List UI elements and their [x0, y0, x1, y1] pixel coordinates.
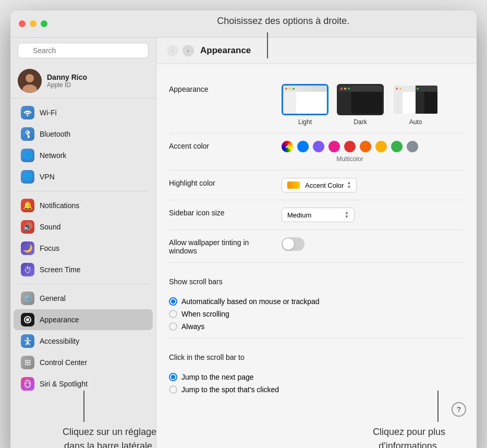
sidebar-icon-size-control: Medium ▲▼ — [282, 208, 464, 222]
color-graphite[interactable] — [407, 141, 418, 152]
appearance-options: Light — [282, 84, 439, 126]
sidebar-icon-size-arrows: ▲▼ — [345, 211, 349, 219]
sidebar-item-accessibility[interactable]: Accessibility — [14, 331, 153, 352]
appearance-option-auto-label: Auto — [409, 118, 422, 126]
accent-color-label: Accent color — [169, 141, 273, 150]
sidebar-item-focus[interactable]: 🌙 Focus — [14, 238, 153, 259]
scroll-bars-always[interactable]: Always — [169, 322, 320, 331]
accessibility-icon — [21, 334, 34, 348]
color-purple[interactable] — [313, 141, 324, 152]
user-profile[interactable]: Danny Rico Apple ID — [10, 64, 156, 99]
panel-body: Appearance — [156, 64, 477, 448]
sidebar-icon-size-label: Sidebar icon size — [169, 208, 273, 217]
highlight-color-row: Highlight color Accent Color ▲▼ — [169, 171, 464, 200]
sidebar-icon-size-dropdown[interactable]: Medium ▲▼ — [282, 208, 355, 222]
back-button[interactable]: ‹ — [167, 45, 178, 56]
click-scroll-clickedspot-label: Jump to the spot that's clicked — [181, 385, 279, 394]
appearance-option-auto[interactable]: Auto — [392, 84, 439, 126]
help-button[interactable]: ? — [452, 402, 466, 417]
sidebar-item-siri[interactable]: Siri & Spotlight — [14, 373, 153, 394]
appearance-thumb-dark — [337, 84, 384, 115]
close-button[interactable] — [19, 20, 26, 27]
sidebar-divider-2 — [18, 284, 149, 284]
search-input[interactable] — [18, 43, 149, 58]
color-yellow[interactable] — [375, 141, 387, 152]
notifications-icon: 🔔 — [21, 199, 34, 212]
sidebar-item-general[interactable]: ⚙️ General — [14, 288, 153, 309]
click-scroll-nextpage-label: Jump to the next page — [181, 373, 254, 381]
appearance-setting-row: Appearance — [169, 77, 464, 134]
color-red[interactable] — [344, 141, 356, 152]
focus-icon: 🌙 — [21, 241, 34, 255]
siri-icon — [21, 377, 34, 391]
scroll-bars-label: Show scroll bars — [169, 270, 223, 289]
sidebar-item-controlcenter[interactable]: ⊞ Control Center — [14, 352, 153, 373]
sidebar-item-sound[interactable]: 🔊 Sound — [14, 216, 153, 237]
wallpaper-tinting-row: Allow wallpaper tinting in windows — [169, 230, 464, 263]
scroll-bars-options: Automatically based on mouse or trackpad… — [169, 297, 320, 331]
sidebar-item-screentime[interactable]: ⏱ Screen Time — [14, 259, 153, 280]
bluetooth-icon — [21, 127, 34, 141]
radio-click-clickedspot — [169, 385, 177, 394]
sidebar-icon-size-row: Sidebar icon size Medium ▲▼ — [169, 200, 464, 230]
wallpaper-tinting-control — [282, 237, 464, 251]
appearance-label: Appearance — [169, 84, 273, 93]
wifi-icon — [21, 106, 34, 119]
scroll-bars-scrolling-label: When scrolling — [181, 310, 229, 318]
svg-point-1 — [26, 74, 34, 82]
sidebar-label-bluetooth: Bluetooth — [40, 130, 70, 138]
highlight-color-control: Accent Color ▲▼ — [282, 178, 464, 192]
main-window: Choisissez des options à droite. 🔍 — [10, 10, 477, 448]
sidebar-label-sound: Sound — [40, 223, 60, 231]
sidebar-prefs-section: ⚙️ General Appearance Accessibility — [10, 286, 156, 396]
general-icon: ⚙️ — [21, 292, 34, 305]
forward-button[interactable]: › — [182, 45, 194, 56]
sidebar-item-vpn[interactable]: 🌐 VPN — [14, 166, 153, 187]
color-dots — [282, 141, 418, 152]
appearance-option-light[interactable]: Light — [282, 84, 328, 126]
appearance-thumb-light — [282, 84, 328, 115]
color-multicolor[interactable] — [282, 141, 293, 152]
sidebar-label-notifications: Notifications — [40, 201, 79, 210]
minimize-button[interactable] — [30, 20, 36, 27]
sidebar: 🔍 Danny Rico Apple ID — [10, 38, 156, 448]
click-scroll-nextpage[interactable]: Jump to the next page — [169, 373, 279, 381]
vpn-icon: 🌐 — [21, 170, 34, 184]
sidebar-label-general: General — [40, 294, 66, 302]
color-blue[interactable] — [297, 141, 309, 152]
sidebar-network-section: Wi-Fi Bluetooth 🌐 Network 🌐 VPN — [10, 101, 156, 189]
sidebar-label-controlcenter: Control Center — [40, 358, 87, 367]
click-scroll-clickedspot[interactable]: Jump to the spot that's clicked — [169, 385, 279, 394]
highlight-color-label: Highlight color — [169, 178, 273, 187]
accent-colors: Multicolor — [282, 141, 418, 163]
color-green[interactable] — [391, 141, 403, 152]
wallpaper-tinting-label: Allow wallpaper tinting in windows — [169, 237, 273, 255]
color-orange[interactable] — [360, 141, 371, 152]
wallpaper-tinting-toggle[interactable] — [282, 237, 305, 251]
panel-title: Appearance — [200, 45, 251, 56]
highlight-color-value: Accent Color — [305, 181, 344, 189]
maximize-button[interactable] — [41, 20, 47, 27]
sidebar-item-bluetooth[interactable]: Bluetooth — [14, 124, 153, 144]
sidebar-label-accessibility: Accessibility — [40, 337, 79, 345]
appearance-option-dark[interactable]: Dark — [337, 84, 384, 126]
highlight-color-arrows: ▲▼ — [347, 181, 351, 189]
scroll-bars-always-label: Always — [181, 322, 204, 331]
accent-color-control: Multicolor — [282, 141, 464, 163]
sidebar-label-vpn: VPN — [40, 173, 55, 181]
sidebar-label-siri: Siri & Spotlight — [40, 380, 88, 388]
sidebar-item-network[interactable]: 🌐 Network — [14, 145, 153, 166]
appearance-option-light-label: Light — [298, 118, 312, 126]
scroll-bars-auto-label: Automatically based on mouse or trackpad — [181, 297, 320, 306]
scroll-bars-scrolling[interactable]: When scrolling — [169, 310, 320, 318]
sidebar-item-appearance[interactable]: Appearance — [14, 309, 153, 330]
highlight-color-dropdown[interactable]: Accent Color ▲▼ — [282, 178, 357, 192]
accent-color-row: Accent color — [169, 134, 464, 171]
sidebar-item-wifi[interactable]: Wi-Fi — [14, 102, 153, 123]
svg-point-11 — [27, 337, 29, 340]
sidebar-system-section: 🔔 Notifications 🔊 Sound 🌙 Focus ⏱ Screen… — [10, 193, 156, 282]
svg-line-7 — [26, 130, 28, 132]
color-pink[interactable] — [328, 141, 340, 152]
sidebar-item-notifications[interactable]: 🔔 Notifications — [14, 195, 153, 216]
scroll-bars-auto[interactable]: Automatically based on mouse or trackpad — [169, 297, 320, 306]
